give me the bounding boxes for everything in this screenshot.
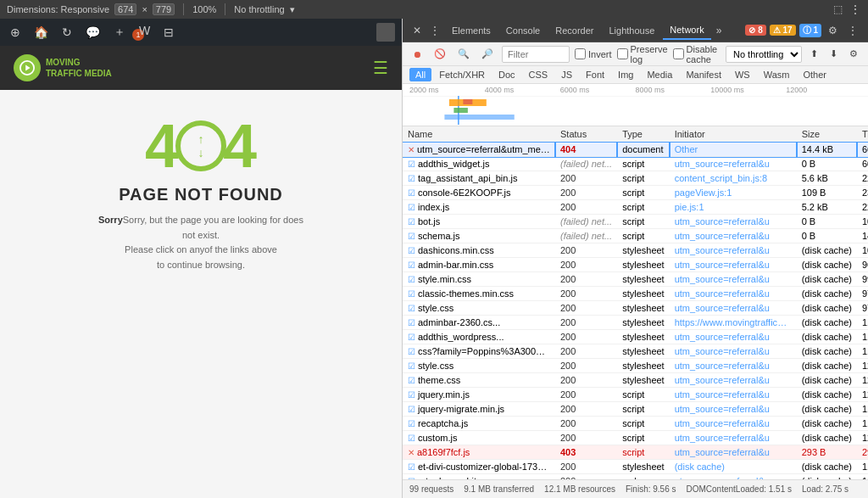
preserve-log-checkbox[interactable]	[617, 48, 628, 59]
cell-time: 113 ms	[857, 316, 868, 330]
filter-tab-img[interactable]: Img	[612, 68, 639, 81]
table-row[interactable]: ☑addthis_widget.js (failed) net... scrip…	[403, 157, 868, 171]
cell-time: 292 ms	[857, 445, 868, 460]
table-row[interactable]: ☑style.css 200 stylesheet utm_source=ref…	[403, 359, 868, 373]
filter-tab-manifest[interactable]: Manifest	[680, 68, 727, 81]
table-row[interactable]: ☑tag_assistant_api_bin.js 200 script con…	[403, 171, 868, 186]
tab-lighthouse[interactable]: Lighthouse	[602, 22, 661, 39]
status-finish: Finish: 9.56 s	[626, 484, 676, 494]
col-status[interactable]: Status	[555, 126, 617, 143]
record-btn[interactable]: ⏺	[409, 48, 426, 61]
table-row[interactable]: ☑style.css 200 stylesheet utm_source=ref…	[403, 301, 868, 316]
filter-tab-js[interactable]: JS	[555, 68, 578, 81]
cell-status: 200	[555, 301, 617, 316]
table-row[interactable]: ☑addthis_wordpress... 200 stylesheet utm…	[403, 330, 868, 344]
table-row[interactable]: ☑schema.js (failed) net... script utm_so…	[403, 229, 868, 243]
cell-type: script	[617, 229, 670, 243]
preserve-log-label[interactable]: Preserve log	[617, 44, 668, 64]
invert-checkbox[interactable]	[575, 48, 586, 59]
cell-initiator: utm_source=referral&u	[670, 344, 797, 359]
cell-size: (disk cache)	[797, 373, 857, 388]
settings-btn[interactable]: ⚙	[825, 23, 841, 38]
table-row[interactable]: ☑style.min.css 200 stylesheet utm_source…	[403, 272, 868, 287]
disable-cache-label[interactable]: Disable cache	[673, 44, 721, 64]
filter-tab-wasm[interactable]: Wasm	[758, 68, 796, 81]
tab-recorder[interactable]: Recorder	[548, 22, 600, 39]
filter-tab-ws[interactable]: WS	[729, 68, 756, 81]
devtools-dock-btn[interactable]: ⋮	[426, 23, 443, 38]
more-options-btn[interactable]: ⋮	[844, 23, 861, 38]
table-row[interactable]: ☑css?family=Poppins%3A300%2C300... 200 s…	[403, 344, 868, 359]
plugins-icon[interactable]: W1	[136, 24, 153, 41]
throttling-control[interactable]: No throttling	[234, 4, 284, 14]
filter-tab-doc[interactable]: Doc	[492, 68, 521, 81]
table-row[interactable]: ☑jquery-migrate.min.js 200 script utm_so…	[403, 402, 868, 417]
filter-tab-media[interactable]: Media	[641, 68, 678, 81]
height-value[interactable]: 779	[153, 3, 175, 15]
hamburger-menu[interactable]: ☰	[373, 58, 388, 78]
disable-cache-checkbox[interactable]	[673, 48, 684, 59]
import-btn[interactable]: ⬆	[807, 47, 821, 61]
table-row[interactable]: ☑index.js 200 script pie.js:1 5.2 kB 229…	[403, 200, 868, 215]
table-row[interactable]: ☑jquery.min.js 200 script utm_source=ref…	[403, 388, 868, 402]
filter-tab-font[interactable]: Font	[580, 68, 610, 81]
throttle-select[interactable]: No throttling	[726, 46, 802, 63]
col-initiator[interactable]: Initiator	[670, 126, 797, 143]
table-row[interactable]: ☑console-6E2KOOPF.js 200 script pageView…	[403, 186, 868, 200]
site-header: MOVING TRAFFIC MEDIA ☰	[0, 46, 402, 90]
more-icon[interactable]: ⋮	[849, 3, 861, 16]
comments-icon[interactable]: 💬	[82, 25, 103, 39]
updates-icon[interactable]: ↻	[58, 25, 75, 39]
col-name[interactable]: Name	[403, 126, 555, 143]
invert-checkbox-label[interactable]: Invert	[575, 48, 612, 59]
table-row[interactable]: ☑recaptcha.js 200 script utm_source=refe…	[403, 417, 868, 431]
col-type[interactable]: Type	[617, 126, 670, 143]
filter-tab-fetch[interactable]: Fetch/XHR	[433, 68, 491, 81]
settings-network-btn[interactable]: ⚙	[846, 47, 861, 61]
cell-size: (disk cache)	[797, 359, 857, 373]
search-btn[interactable]: 🔎	[478, 47, 497, 61]
zoom-control[interactable]: 100%	[192, 4, 216, 14]
wp-logo-icon[interactable]: ⊕	[7, 25, 24, 39]
user-avatar[interactable]	[376, 23, 395, 42]
cell-time: 115 ms	[857, 402, 868, 417]
width-value[interactable]: 674	[114, 3, 136, 15]
tabs-more[interactable]: »	[713, 23, 726, 38]
tab-console[interactable]: Console	[499, 22, 547, 39]
cell-size: 293 B	[797, 445, 857, 460]
table-row[interactable]: ✕utm_source=referral&utm_medium=Goo... 4…	[403, 143, 868, 157]
site-logo: MOVING TRAFFIC MEDIA	[14, 54, 112, 81]
filter-toggle-btn[interactable]: 🔍	[454, 47, 473, 61]
table-row[interactable]: ☑bot.js (failed) net... script utm_sourc…	[403, 215, 868, 229]
cell-time: 102 ms	[857, 215, 868, 229]
cell-status: 200	[555, 402, 617, 417]
cell-size: (disk cache)	[797, 301, 857, 316]
tab-network[interactable]: Network	[663, 21, 710, 40]
table-row[interactable]: ☑classic-themes.min.css 200 stylesheet u…	[403, 287, 868, 301]
network-table-container: Name Status Type Initiator Size Time ✕ut…	[403, 126, 868, 479]
dimensions-label[interactable]: Dimensions: Responsive	[7, 4, 109, 14]
filter-input[interactable]	[502, 46, 570, 63]
table-row[interactable]: ☑admin-bar.min.css 200 stylesheet utm_so…	[403, 258, 868, 272]
devtools-close-btn[interactable]: ✕	[409, 23, 425, 38]
table-row[interactable]: ✕a8169f7fcf.js 403 script utm_source=ref…	[403, 445, 868, 460]
table-row[interactable]: ☑adminbar-2360.cs... 200 stylesheet http…	[403, 316, 868, 330]
filter-tab-css[interactable]: CSS	[523, 68, 554, 81]
cell-size: (disk cache)	[797, 460, 857, 474]
new-item-icon[interactable]: ＋	[110, 25, 129, 40]
filter-tab-other[interactable]: Other	[797, 68, 832, 81]
col-size[interactable]: Size	[797, 126, 857, 143]
tab-elements[interactable]: Elements	[445, 22, 498, 39]
export-btn[interactable]: ⬇	[826, 47, 841, 61]
table-row[interactable]: ☑dashicons.min.css 200 stylesheet utm_so…	[403, 243, 868, 258]
tl-label-1: 2000 ms	[409, 86, 485, 94]
filter-tab-all[interactable]: All	[409, 68, 431, 81]
table-row[interactable]: ☑et-divi-customizer-global-173712603357.…	[403, 460, 868, 474]
table-row[interactable]: ☑theme.css 200 stylesheet utm_source=ref…	[403, 373, 868, 388]
pages-icon[interactable]: ⊟	[160, 25, 177, 39]
col-time[interactable]: Time	[857, 126, 868, 143]
table-row[interactable]: ☑custom.js 200 script utm_source=referra…	[403, 431, 868, 445]
cell-initiator: utm_source=referral&u	[670, 215, 797, 229]
clear-btn[interactable]: 🚫	[431, 47, 449, 61]
dashboard-icon[interactable]: 🏠	[31, 25, 52, 39]
